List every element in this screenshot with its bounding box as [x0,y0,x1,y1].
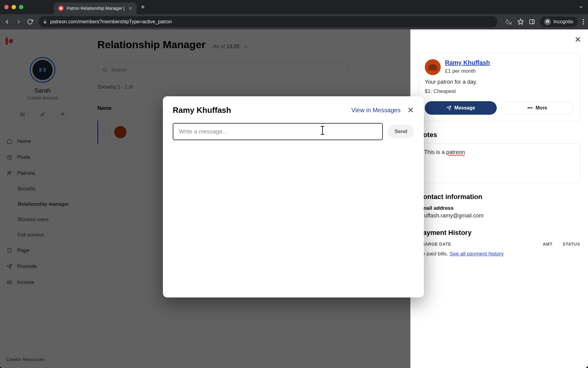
svg-rect-3 [530,20,534,24]
patron-tier: $1: Cheapest [425,88,574,94]
tab-favicon-icon [58,6,64,11]
ellipsis-icon: ••• [527,105,533,111]
patron-pledge: £1 per month [445,68,490,74]
eye-off-icon[interactable] [506,18,512,25]
see-payment-history-link[interactable]: See all payment history [450,251,504,257]
notes-heading: Notes [418,131,580,139]
patron-card: Ramy Khuffash £1 per month Your patron f… [418,53,580,121]
address-bar: patreon.com/members?membershipType=activ… [0,14,588,29]
svg-point-9 [583,23,584,25]
incognito-icon [544,18,551,25]
close-panel-button[interactable]: ✕ [575,35,581,44]
tab-close-icon[interactable]: ✕ [128,6,132,11]
lock-icon [43,20,47,24]
svg-marker-2 [518,19,523,24]
svg-point-6 [548,21,549,23]
window-controls [4,5,23,9]
maximize-window-button[interactable] [19,5,23,9]
tab-overflow-icon[interactable] [578,4,584,10]
message-input[interactable] [173,123,383,140]
modal-title: Ramy Khuffash [173,105,351,115]
patron-name-link[interactable]: Ramy Khuffash [445,59,490,66]
minimize-window-button[interactable] [12,5,16,9]
email-label: Email address [418,205,580,211]
send-button[interactable]: Send [388,125,414,138]
modal-close-button[interactable]: ✕ [407,105,414,115]
forward-button[interactable] [15,18,23,25]
bookmark-star-icon[interactable] [517,18,524,25]
reload-button[interactable] [27,19,34,25]
notes-textarea[interactable]: This is a patreon [418,143,580,183]
patron-avatar [425,59,441,75]
message-button[interactable]: Message [425,101,497,115]
patron-detail-panel: ✕ Ramy Khuffash £1 per month Your patron… [410,29,588,368]
kebab-menu-icon[interactable] [582,19,584,25]
more-button[interactable]: ••• More [501,101,574,115]
browser-tab[interactable]: Patron Relationship Manager | ✕ [54,2,137,14]
panel-icon[interactable] [529,19,535,25]
svg-point-7 [583,19,584,20]
payment-empty-state: No paid bills. See all payment history [418,251,580,257]
close-window-button[interactable] [4,5,9,9]
tab-title: Patron Relationship Manager | [67,6,125,11]
url-input[interactable]: patreon.com/members?membershipType=activ… [39,16,498,27]
incognito-label: Incognito [553,19,573,25]
svg-rect-0 [44,21,46,23]
back-button[interactable] [4,18,11,25]
message-modal: Ramy Khuffash View in Messages ✕ Send [163,96,424,297]
send-icon [447,105,451,110]
view-in-messages-link[interactable]: View in Messages [351,107,401,114]
patron-duration: Your patron for a day. [425,79,574,85]
svg-point-8 [583,21,584,22]
url-text: patreon.com/members?membershipType=activ… [50,19,172,25]
new-tab-button[interactable]: + [141,3,145,11]
incognito-badge[interactable]: Incognito [540,17,578,27]
payment-heading: Payment History [418,229,580,237]
email-value: khuffash.ramy@gmail.com [418,213,580,219]
payment-table-header: CHARGE DATE AMT STATUS [418,242,580,247]
svg-point-5 [546,21,547,23]
window-titlebar: Patron Relationship Manager | ✕ + [0,0,588,14]
contact-heading: Contact information [418,193,580,201]
